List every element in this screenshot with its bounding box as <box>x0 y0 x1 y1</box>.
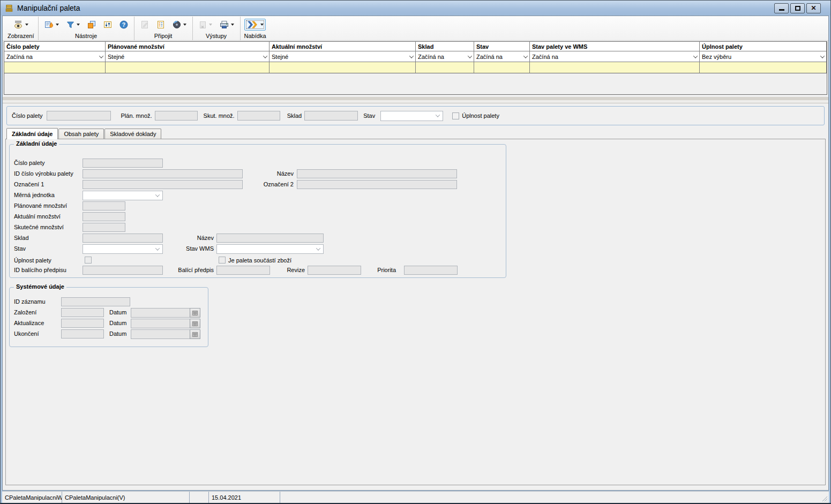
field-label: Revize <box>273 267 305 273</box>
filter-value-cell[interactable] <box>700 62 827 73</box>
column-header[interactable]: Sklad <box>416 42 474 51</box>
operator-value: Bez výběru <box>702 54 731 60</box>
aktualizace-datum-field <box>131 319 200 328</box>
sklad-field <box>304 111 358 121</box>
date-input <box>131 308 190 318</box>
window-title: Manipulační paleta <box>17 4 80 12</box>
copy-layout-button[interactable] <box>85 19 98 31</box>
resize-grip[interactable] <box>820 494 828 502</box>
app-window: Manipulační paleta ✕ <box>0 0 831 504</box>
print-button[interactable] <box>218 19 236 31</box>
operator-value: Začíná na <box>418 54 444 60</box>
filter-operator-dropdown[interactable]: Bez výběru <box>700 51 827 62</box>
field-label: Číslo palety <box>14 160 44 166</box>
filter-value-cell[interactable] <box>474 62 530 73</box>
calendar-icon <box>192 332 198 337</box>
calendar-icon <box>192 321 198 326</box>
field-label: Plán. množ. <box>121 112 152 119</box>
settings-button[interactable] <box>101 19 114 31</box>
tab-skladove-doklady[interactable]: Skladové doklady <box>104 129 161 139</box>
calendar-icon <box>192 310 198 315</box>
filter-value-cell[interactable] <box>416 62 474 73</box>
stav-dropdown[interactable] <box>83 244 163 254</box>
window-content: Zobrazení <box>2 16 829 491</box>
filter-operator-dropdown[interactable]: Začíná na <box>530 51 700 62</box>
uplnost-palety-checkbox[interactable] <box>452 112 459 119</box>
filter-operator-dropdown[interactable]: Začíná na <box>474 51 530 62</box>
nazev-vyrobku-input <box>297 169 457 178</box>
filter-operator-dropdown[interactable]: Začíná na <box>416 51 474 62</box>
view-menu-button[interactable] <box>11 19 31 31</box>
field-label: Stav <box>14 245 26 252</box>
grid-empty-area <box>4 73 827 94</box>
stav-dropdown[interactable] <box>380 111 443 121</box>
id-zaznamu-input <box>61 297 130 306</box>
column-header[interactable]: Číslo palety <box>4 42 106 51</box>
filter-value-cell[interactable] <box>530 62 700 73</box>
merna-jednotka-dropdown[interactable] <box>83 191 163 200</box>
funnel-icon <box>66 21 74 29</box>
minimize-icon <box>779 9 784 11</box>
cislo-palety-field <box>47 111 111 121</box>
splitter-bar[interactable] <box>3 95 828 103</box>
filter-button[interactable] <box>64 19 82 31</box>
filter-operator-dropdown[interactable]: Stejné <box>106 51 269 62</box>
filter-header-row: Číslo palety Plánované množství Aktuální… <box>4 42 827 51</box>
checkbox-label: Úplnost palety <box>462 112 499 119</box>
window-controls: ✕ <box>774 3 827 13</box>
dropdown-arrow-icon <box>260 24 264 26</box>
zalozeni-datum-field <box>131 308 200 318</box>
field-label: Měrná jednotka <box>14 192 55 198</box>
field-label: ID balícího předpisu <box>14 267 66 273</box>
field-label: Název <box>240 170 294 177</box>
maximize-button[interactable] <box>790 3 805 13</box>
tools-button[interactable] <box>42 19 61 31</box>
tab-zakladni-udaje[interactable]: Základní údaje <box>6 128 58 139</box>
column-header[interactable]: Aktuální množství <box>269 42 416 51</box>
filter-value-cell[interactable] <box>269 62 416 73</box>
column-header[interactable]: Stav <box>474 42 530 51</box>
ukonceni-datum-field <box>131 329 200 339</box>
close-button[interactable]: ✕ <box>806 3 821 13</box>
cislo-palety-input <box>83 159 163 168</box>
dropdown-arrow-icon <box>209 24 212 26</box>
minimize-button[interactable] <box>774 3 789 13</box>
connect-button[interactable] <box>170 19 189 31</box>
field-label: Datum <box>109 320 126 326</box>
field-label: Sklad <box>287 112 302 119</box>
chevron-down-icon <box>523 54 528 58</box>
detail-summary-bar: Číslo palety Plán. množ. Skut. množ. Skl… <box>6 106 825 125</box>
sklad-nazev-input <box>216 234 324 243</box>
filter-value-cell[interactable] <box>4 62 106 73</box>
field-label: Balící předpis <box>160 267 214 273</box>
checklist-button[interactable] <box>154 19 167 31</box>
field-label: Ukončení <box>14 330 39 337</box>
filter-value-cell[interactable] <box>106 62 269 73</box>
tab-obsah-palety[interactable]: Obsah palety <box>58 129 104 139</box>
chevron-down-icon <box>820 54 825 58</box>
operator-value: Začíná na <box>476 54 503 60</box>
groupbox-title: Systémové údaje <box>14 283 66 290</box>
column-header[interactable]: Stav palety ve WMS <box>530 42 700 51</box>
field-label: Plánované množství <box>14 202 67 209</box>
chevron-down-icon <box>436 112 440 117</box>
status-cell-date: 15.04.2021 <box>209 492 280 503</box>
filter-operator-dropdown[interactable]: Stejné <box>269 51 416 62</box>
pallet-icon <box>5 4 13 12</box>
title-bar: Manipulační paleta ✕ <box>1 1 830 16</box>
detail-pane: Číslo palety Plán. množ. Skut. množ. Skl… <box>3 103 828 490</box>
stav-wms-dropdown[interactable] <box>216 244 324 254</box>
skut-mnoz-field <box>237 111 280 121</box>
date-input <box>131 329 190 339</box>
date-input <box>131 319 190 328</box>
field-label: Stav WMS <box>159 245 214 252</box>
filter-grid: Číslo palety Plánované množství Aktuální… <box>4 41 827 95</box>
menu-button[interactable] <box>244 19 266 31</box>
column-header[interactable]: Úplnost palety <box>700 42 827 51</box>
filter-operator-dropdown[interactable]: Začíná na <box>4 51 106 62</box>
tab-page: Základní údaje Číslo palety ID číslo výr… <box>5 139 826 485</box>
column-header[interactable]: Plánované množství <box>106 42 269 51</box>
field-label: Označení 1 <box>14 181 44 187</box>
dropdown-arrow-icon <box>231 24 234 26</box>
help-button[interactable]: ? <box>117 19 130 31</box>
